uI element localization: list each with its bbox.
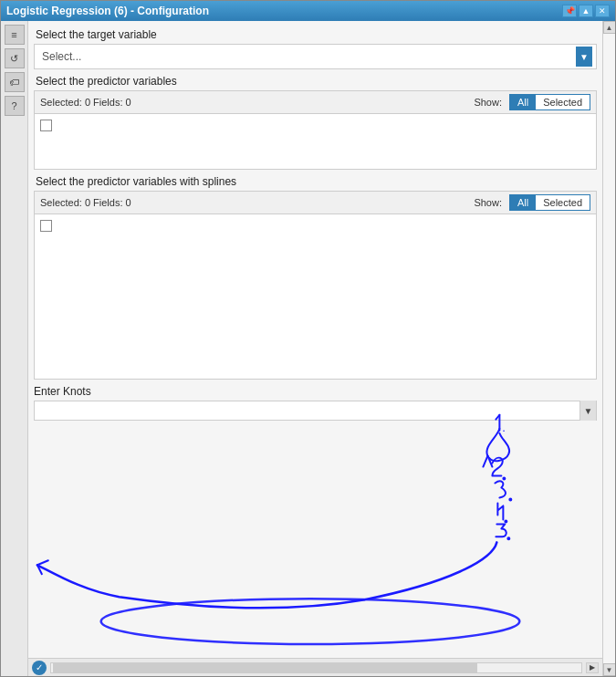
status-bar: ✓ ▶ — [28, 658, 602, 676]
splines-grid — [35, 214, 596, 379]
knots-label: Enter Knots — [34, 385, 597, 398]
show-label: Show: — [474, 97, 502, 108]
tag-icon[interactable]: 🏷 — [5, 72, 25, 92]
window-title: Logistic Regression (6) - Configuration — [6, 5, 209, 17]
predictor-info: Selected: 0 Fields: 0 — [40, 97, 470, 108]
knots-dropdown-row: ▼ — [34, 401, 597, 421]
main-window: Logistic Regression (6) - Configuration … — [0, 0, 616, 677]
minimize-button[interactable]: ▲ — [579, 5, 593, 17]
scrollbar-right-arrow[interactable]: ▶ — [586, 662, 599, 673]
predictor-header: Selected: 0 Fields: 0 Show: All Selected — [35, 91, 596, 114]
close-button[interactable]: ✕ — [595, 5, 610, 17]
splines-toggle-all[interactable]: All — [510, 195, 536, 210]
main-content: Select the target variable Select... ▼ S… — [28, 21, 602, 676]
predictor-toggle-group: All Selected — [509, 94, 590, 110]
target-section-label: Select the target variable — [34, 28, 597, 41]
predictor-variables-section: Select the predictor variables Selected:… — [34, 75, 597, 170]
horizontal-scrollbar-track[interactable] — [50, 662, 582, 673]
right-scrollbar: ▲ ▼ — [602, 21, 615, 676]
knots-input[interactable] — [35, 404, 579, 417]
predictor-grid — [35, 114, 596, 169]
vscroll-track[interactable] — [603, 34, 616, 663]
refresh-icon[interactable]: ↺ — [5, 48, 25, 68]
predictor-splines-header: Selected: 0 Fields: 0 Show: All Selected — [35, 192, 596, 214]
target-dropdown-arrow[interactable]: ▼ — [576, 47, 592, 67]
title-bar-buttons: 📌 ▲ ✕ — [562, 5, 610, 17]
left-toolbar: ≡ ↺ 🏷 ? — [1, 21, 28, 676]
predictor-splines-section: Select the predictor variables with spli… — [34, 175, 597, 380]
splines-show-label: Show: — [474, 197, 502, 208]
knots-dropdown-arrow[interactable]: ▼ — [579, 401, 596, 421]
menu-icon[interactable]: ≡ — [5, 25, 25, 45]
target-variable-section: Select the target variable Select... ▼ — [34, 28, 597, 69]
splines-select-all-row — [40, 218, 590, 234]
predictor-select-all-checkbox[interactable] — [40, 120, 52, 131]
predictor-variable-box: Selected: 0 Fields: 0 Show: All Selected — [34, 90, 597, 170]
predictor-splines-box: Selected: 0 Fields: 0 Show: All Selected — [34, 191, 597, 380]
predictor-section-label: Select the predictor variables — [34, 75, 597, 88]
splines-toggle-group: All Selected — [509, 194, 590, 211]
predictor-splines-label: Select the predictor variables with spli… — [34, 175, 597, 188]
title-bar: Logistic Regression (6) - Configuration … — [1, 1, 615, 21]
splines-toggle-selected[interactable]: Selected — [536, 195, 590, 210]
predictor-toggle-all[interactable]: All — [510, 95, 536, 109]
help-icon[interactable]: ? — [5, 96, 25, 116]
predictor-splines-info: Selected: 0 Fields: 0 — [40, 197, 470, 208]
predictor-select-all-row — [40, 118, 590, 133]
splines-select-all-checkbox[interactable] — [40, 220, 52, 232]
pin-button[interactable]: 📌 — [562, 5, 577, 17]
horizontal-scrollbar-thumb[interactable] — [53, 663, 477, 672]
target-dropdown-row: Select... ▼ — [34, 44, 597, 69]
target-select[interactable]: Select... — [38, 47, 576, 67]
predictor-toggle-selected[interactable]: Selected — [536, 95, 590, 109]
knots-section: Enter Knots ▼ — [34, 385, 597, 421]
status-check-icon: ✓ — [32, 661, 47, 675]
vscroll-up-button[interactable]: ▲ — [603, 21, 616, 34]
scrollable-area[interactable]: Select the target variable Select... ▼ S… — [28, 21, 602, 658]
vscroll-down-button[interactable]: ▼ — [603, 663, 616, 676]
window-body: ≡ ↺ 🏷 ? Select the target variable Selec… — [1, 21, 615, 676]
